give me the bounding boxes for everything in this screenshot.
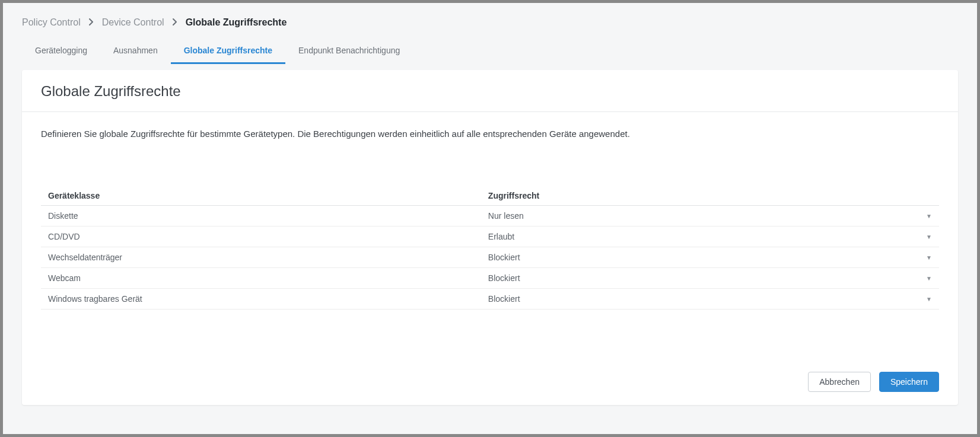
permission-select[interactable]: Blockiert▼: [488, 273, 932, 283]
card-header: Globale Zugriffsrechte: [22, 70, 958, 112]
permission-select[interactable]: Nur lesen▼: [488, 211, 932, 221]
breadcrumb-current: Globale Zugriffsrechte: [186, 17, 287, 28]
device-class-cell: Webcam: [41, 268, 481, 289]
permission-value: Nur lesen: [488, 211, 524, 221]
permission-select[interactable]: Erlaubt▼: [488, 232, 932, 241]
th-device-class: Geräteklasse: [41, 186, 481, 206]
permission-cell: Nur lesen▼: [481, 206, 939, 227]
permission-cell: Blockiert▼: [481, 247, 939, 268]
device-class-cell: Diskette: [41, 206, 481, 227]
table-row: DisketteNur lesen▼: [41, 206, 939, 227]
permission-value: Erlaubt: [488, 232, 514, 241]
card-footer: Abbrechen Speichern: [22, 361, 958, 405]
permission-value: Blockiert: [488, 273, 520, 283]
table-row: WebcamBlockiert▼: [41, 268, 939, 289]
breadcrumb-link-device-control[interactable]: Device Control: [102, 17, 164, 28]
app-frame: Policy Control Device Control Globale Zu…: [3, 3, 977, 434]
chevron-down-icon: ▼: [926, 234, 932, 240]
breadcrumb-link-policy-control[interactable]: Policy Control: [22, 17, 81, 28]
th-permission: Zugriffsrecht: [481, 186, 939, 206]
tab-geraetelogging[interactable]: Gerätelogging: [22, 40, 100, 64]
chevron-right-icon: [89, 18, 94, 27]
breadcrumb: Policy Control Device Control Globale Zu…: [3, 3, 977, 34]
device-class-cell: Wechseldatenträger: [41, 247, 481, 268]
chevron-right-icon: [173, 18, 177, 27]
permission-value: Blockiert: [488, 294, 520, 304]
tab-endpunkt-benachrichtigung[interactable]: Endpunkt Benachrichtigung: [285, 40, 413, 64]
permission-select[interactable]: Blockiert▼: [488, 294, 932, 304]
permission-cell: Blockiert▼: [481, 268, 939, 289]
tab-globale-zugriffsrechte[interactable]: Globale Zugriffsrechte: [171, 40, 285, 64]
tab-ausnahmen[interactable]: Ausnahmen: [100, 40, 171, 64]
cancel-button[interactable]: Abbrechen: [808, 372, 871, 392]
content-card: Globale Zugriffsrechte Definieren Sie gl…: [22, 70, 958, 405]
page-description: Definieren Sie globale Zugriffsrechte fü…: [41, 129, 939, 139]
table-row: WechseldatenträgerBlockiert▼: [41, 247, 939, 268]
tabs: Gerätelogging Ausnahmen Globale Zugriffs…: [3, 34, 977, 64]
permission-cell: Erlaubt▼: [481, 227, 939, 247]
permissions-table: Geräteklasse Zugriffsrecht DisketteNur l…: [41, 186, 939, 310]
chevron-down-icon: ▼: [926, 213, 932, 219]
chevron-down-icon: ▼: [926, 275, 932, 282]
table-row: CD/DVDErlaubt▼: [41, 227, 939, 247]
save-button[interactable]: Speichern: [879, 372, 939, 392]
device-class-cell: Windows tragbares Gerät: [41, 289, 481, 310]
table-row: Windows tragbares GerätBlockiert▼: [41, 289, 939, 310]
device-class-cell: CD/DVD: [41, 227, 481, 247]
permission-select[interactable]: Blockiert▼: [488, 253, 932, 262]
chevron-down-icon: ▼: [926, 254, 932, 261]
permission-value: Blockiert: [488, 253, 520, 262]
page-title: Globale Zugriffsrechte: [41, 83, 939, 100]
card-body: Definieren Sie globale Zugriffsrechte fü…: [22, 112, 958, 361]
chevron-down-icon: ▼: [926, 296, 932, 302]
permission-cell: Blockiert▼: [481, 289, 939, 310]
